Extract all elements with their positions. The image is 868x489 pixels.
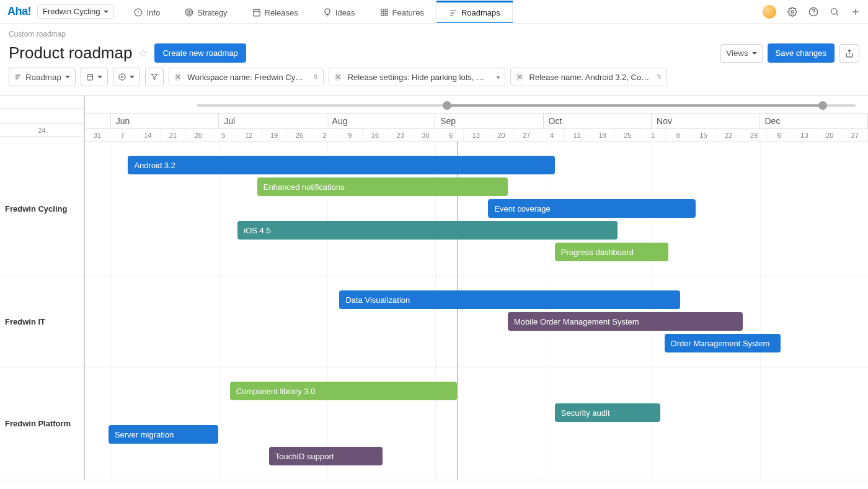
caret-down-icon bbox=[65, 76, 70, 78]
day-cell: 8 bbox=[666, 129, 691, 141]
breadcrumb: Custom roadmap bbox=[9, 30, 859, 38]
settings-dropdown-button[interactable] bbox=[113, 68, 140, 86]
lane: Fredwin CyclingAndroid 3.2Enhanced notif… bbox=[0, 141, 868, 276]
day-cell: 31 bbox=[85, 129, 110, 141]
roadmap-selector[interactable]: Roadmap bbox=[9, 68, 76, 86]
nav-tab-icon bbox=[380, 8, 389, 17]
timeline-bar[interactable]: Order Management System bbox=[665, 334, 781, 352]
day-cell: 13 bbox=[792, 129, 818, 141]
lane: Fredwin PlatformComponent library 3.0Sec… bbox=[0, 367, 868, 480]
workspace-name: Fredwin Cycling bbox=[43, 7, 100, 16]
day-cell: 6 bbox=[438, 129, 464, 141]
nav-tab-label: Features bbox=[392, 8, 424, 17]
timeline-bar[interactable]: Event coverage bbox=[488, 199, 696, 218]
svg-point-20 bbox=[831, 8, 837, 14]
views-label: Views bbox=[726, 48, 748, 58]
list-icon bbox=[14, 73, 22, 81]
nav-tab-info[interactable]: Info bbox=[122, 0, 172, 23]
nav-tab-strategy[interactable]: Strategy bbox=[172, 0, 239, 23]
lane-label: Fredwin Cycling bbox=[0, 141, 85, 276]
release-name-filter[interactable]: ✕ Release name: Android 3.2, Compone… ⇅ bbox=[510, 68, 667, 86]
nav-tab-label: Roadmaps bbox=[461, 8, 500, 17]
months-row: JunJulAugSepOctNovDec bbox=[85, 113, 868, 129]
svg-point-32 bbox=[121, 76, 123, 78]
day-cell: 16 bbox=[363, 129, 388, 141]
zoom-handle-end[interactable] bbox=[818, 101, 827, 110]
timeline-bar[interactable]: Component library 3.0 bbox=[230, 382, 457, 400]
release-name-filter-label: Release name: Android 3.2, Compone… bbox=[529, 73, 650, 82]
workspace-filter-label: Workspace name: Fredwin Cycling, Fr… bbox=[187, 73, 306, 82]
search-icon[interactable] bbox=[830, 7, 839, 17]
lane-body: Android 3.2Enhanced notificationsEvent c… bbox=[85, 141, 868, 276]
caret-down-icon bbox=[104, 11, 108, 13]
app-logo: Aha! bbox=[7, 5, 31, 18]
month-cell: Nov bbox=[652, 114, 760, 128]
day-cell: 7 bbox=[110, 129, 136, 141]
timeline-bar[interactable]: Mobile Order Management System bbox=[508, 312, 743, 331]
share-button[interactable] bbox=[839, 44, 859, 63]
timeline: 24 JunJulAugSepOctNovDec 317142128512192… bbox=[0, 95, 868, 480]
updown-icon: ⇅ bbox=[313, 75, 318, 79]
day-cell: 27 bbox=[843, 129, 868, 141]
close-icon[interactable]: ✕ bbox=[174, 73, 182, 81]
day-cell: 12 bbox=[236, 129, 262, 141]
star-icon[interactable]: ☆ bbox=[138, 47, 148, 60]
lanes-container: Fredwin CyclingAndroid 3.2Enhanced notif… bbox=[0, 141, 868, 480]
svg-rect-13 bbox=[381, 13, 383, 16]
nav-tab-ideas[interactable]: Ideas bbox=[311, 0, 368, 23]
zoom-handle-start[interactable] bbox=[443, 101, 451, 110]
date-picker-button[interactable] bbox=[81, 68, 108, 86]
release-settings-filter[interactable]: ✕ Release settings: Hide parking lots, H… bbox=[329, 68, 505, 86]
svg-rect-10 bbox=[381, 9, 383, 12]
timeline-months-side bbox=[0, 108, 84, 124]
gear-icon[interactable] bbox=[787, 7, 797, 17]
month-cell: Jun bbox=[111, 114, 219, 128]
workspace-filter[interactable]: ✕ Workspace name: Fredwin Cycling, Fr… ⇅ bbox=[169, 68, 324, 86]
lane-label: Fredwin IT bbox=[0, 276, 85, 367]
nav-tab-features[interactable]: Features bbox=[368, 0, 436, 23]
views-dropdown[interactable]: Views bbox=[720, 44, 762, 63]
timeline-bar[interactable]: Progress dashboard bbox=[555, 243, 668, 261]
nav-tab-icon bbox=[323, 8, 332, 17]
day-cell: 18 bbox=[590, 129, 616, 141]
timeline-bar[interactable]: Server migration bbox=[108, 425, 218, 444]
day-cell: 14 bbox=[135, 129, 161, 141]
nav-tab-label: Releases bbox=[265, 8, 298, 17]
svg-rect-12 bbox=[385, 13, 388, 16]
top-nav: Aha! Fredwin Cycling InfoStrategyRelease… bbox=[0, 0, 868, 24]
timeline-bar[interactable]: Data Visualization bbox=[339, 290, 680, 309]
nav-tab-releases[interactable]: Releases bbox=[240, 0, 311, 23]
timeline-bar[interactable]: iOS 4.5 bbox=[237, 221, 618, 240]
caret-down-icon: ▾ bbox=[497, 74, 500, 81]
nav-tab-icon bbox=[185, 8, 193, 17]
timeline-bar[interactable]: Security audit bbox=[555, 403, 661, 422]
timeline-bar[interactable]: Enhanced notifications bbox=[257, 177, 508, 196]
day-cell: 26 bbox=[287, 129, 312, 141]
workspace-selector[interactable]: Fredwin Cycling bbox=[37, 4, 114, 19]
today-line bbox=[457, 367, 458, 480]
close-icon[interactable]: ✕ bbox=[334, 73, 342, 81]
svg-line-21 bbox=[836, 14, 838, 16]
svg-rect-11 bbox=[385, 9, 388, 12]
day-cell: 1 bbox=[640, 129, 666, 141]
lane-body: Data VisualizationMobile Order Managemen… bbox=[85, 276, 868, 367]
filter-button[interactable] bbox=[145, 68, 164, 86]
month-cell: Oct bbox=[544, 114, 652, 128]
close-icon[interactable]: ✕ bbox=[516, 73, 523, 81]
nav-tab-roadmaps[interactable]: Roadmaps bbox=[436, 1, 513, 24]
day-cell: 25 bbox=[615, 129, 640, 141]
timeline-bar[interactable]: Android 3.2 bbox=[128, 156, 554, 174]
lane: Fredwin ITData VisualizationMobile Order… bbox=[0, 276, 868, 367]
timeline-header-corner bbox=[0, 96, 84, 108]
timeline-bar[interactable]: TouchID support bbox=[269, 447, 383, 465]
save-changes-button[interactable]: Save changes bbox=[768, 43, 835, 63]
avatar[interactable] bbox=[763, 5, 776, 19]
zoom-slider[interactable] bbox=[197, 99, 856, 112]
month-cell: Aug bbox=[327, 114, 435, 128]
add-icon[interactable] bbox=[851, 7, 861, 17]
create-roadmap-button[interactable]: Create new roadmap bbox=[154, 43, 246, 63]
day-cell: 28 bbox=[186, 129, 211, 141]
caret-down-icon bbox=[130, 76, 135, 78]
help-icon[interactable] bbox=[808, 7, 818, 17]
nav-tab-icon bbox=[449, 9, 458, 17]
